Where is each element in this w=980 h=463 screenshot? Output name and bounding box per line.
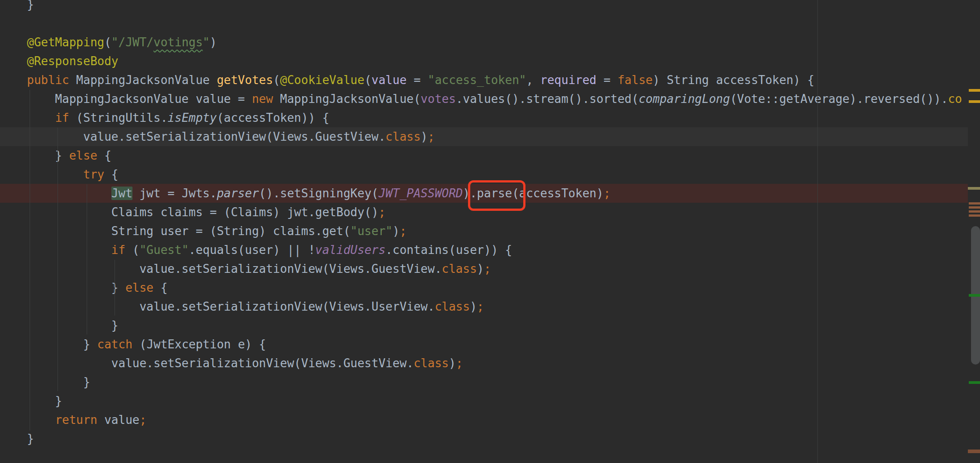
code-line[interactable]: @ResponseBody bbox=[0, 52, 968, 71]
code-token: validUsers bbox=[315, 243, 386, 257]
code-token: ) bbox=[477, 262, 484, 276]
code-token: JWT_PASSWORD bbox=[379, 187, 463, 200]
code-token: } bbox=[27, 0, 34, 11]
code-token: try bbox=[83, 168, 104, 181]
code-token: .contains(user)) { bbox=[385, 243, 512, 257]
code-token: .equals(user) || ! bbox=[189, 243, 315, 257]
code-token: (JwtException e) { bbox=[132, 338, 266, 351]
code-line[interactable] bbox=[0, 14, 968, 33]
code-token: ) bbox=[421, 130, 428, 143]
code-token: (StringUtils. bbox=[69, 111, 168, 125]
code-token: co bbox=[948, 92, 962, 106]
code-token bbox=[27, 243, 111, 257]
code-token: class bbox=[385, 130, 420, 143]
code-token: value bbox=[371, 73, 406, 87]
vcs-stripe-mark[interactable] bbox=[969, 294, 980, 297]
code-token: class bbox=[442, 262, 477, 276]
vcs-stripe-mark[interactable] bbox=[969, 381, 980, 384]
code-token: else bbox=[125, 281, 154, 294]
code-token: } bbox=[27, 281, 125, 294]
code-token: (accessToken)) { bbox=[217, 111, 329, 125]
code-token: (Vote::getAverage).reversed()). bbox=[730, 92, 948, 106]
code-line[interactable]: value.setSerializationView(Views.GuestVi… bbox=[0, 259, 968, 278]
caret-line-stripe-mark[interactable] bbox=[968, 187, 980, 190]
code-token: value.setSerializationView(Views.GuestVi… bbox=[27, 130, 385, 143]
code-line[interactable]: public MappingJacksonValue getVotes(@Coo… bbox=[0, 71, 968, 89]
code-token: isEmpty bbox=[168, 111, 217, 125]
code-line[interactable]: value.setSerializationView(Views.GuestVi… bbox=[0, 127, 968, 146]
code-line[interactable]: } bbox=[0, 373, 968, 392]
code-token: ().setSigningKey( bbox=[259, 187, 379, 200]
warning-stripe-mark[interactable] bbox=[969, 100, 980, 103]
code-editor[interactable]: }@GetMapping("/JWT/votings")@ResponseBod… bbox=[0, 0, 980, 463]
indent-guide bbox=[87, 184, 87, 334]
code-line[interactable]: } else { bbox=[0, 278, 968, 297]
code-line[interactable]: } bbox=[0, 0, 968, 14]
code-token: " bbox=[203, 36, 210, 49]
code-token: jwt = Jwts. bbox=[132, 187, 217, 200]
code-token: ) bbox=[470, 300, 477, 313]
code-token: ; bbox=[484, 262, 491, 276]
code-token bbox=[27, 168, 83, 181]
code-token: MappingJacksonValue value = bbox=[27, 92, 252, 106]
code-line[interactable]: @GetMapping("/JWT/votings") bbox=[0, 33, 968, 52]
code-token: { bbox=[154, 281, 168, 294]
warning-stripe-mark[interactable] bbox=[969, 214, 980, 217]
code-line[interactable]: value.setSerializationView(Views.GuestVi… bbox=[0, 354, 968, 373]
code-token: parser bbox=[217, 187, 259, 200]
code-token: , bbox=[526, 73, 540, 87]
code-token: ; bbox=[456, 356, 463, 370]
code-token: } bbox=[27, 319, 119, 332]
indent-guide bbox=[57, 128, 58, 391]
code-line[interactable]: } bbox=[0, 316, 968, 335]
indent-guide bbox=[115, 260, 115, 316]
code-token: ) String accessToken) { bbox=[653, 73, 814, 87]
code-token: ) bbox=[393, 224, 400, 238]
code-line[interactable]: } bbox=[0, 392, 968, 410]
code-token: } bbox=[27, 432, 34, 445]
code-token: ; bbox=[379, 205, 386, 219]
code-token: class bbox=[435, 300, 470, 313]
code-token: @CookieValue bbox=[280, 73, 365, 87]
code-token: ( bbox=[125, 243, 139, 257]
code-token: = bbox=[596, 73, 618, 87]
code-lines: }@GetMapping("/JWT/votings")@ResponseBod… bbox=[0, 0, 968, 448]
code-token: } bbox=[27, 338, 97, 351]
warning-stripe-mark[interactable] bbox=[968, 450, 980, 453]
code-token: ( bbox=[364, 73, 371, 87]
code-line[interactable]: return value; bbox=[0, 410, 968, 429]
code-line[interactable]: } catch (JwtException e) { bbox=[0, 335, 968, 354]
warning-stripe-mark[interactable] bbox=[969, 202, 980, 205]
parse-highlight-box bbox=[468, 180, 525, 211]
code-token bbox=[27, 187, 111, 200]
code-token: ; bbox=[604, 187, 611, 200]
code-line[interactable]: String user = (String) claims.get("user"… bbox=[0, 222, 968, 240]
code-token bbox=[27, 413, 55, 427]
indent-guide bbox=[30, 90, 30, 431]
code-token: catch bbox=[97, 338, 132, 351]
code-token: if bbox=[55, 111, 69, 125]
code-token: ; bbox=[139, 413, 146, 427]
code-token: @ResponseBody bbox=[27, 54, 119, 68]
warning-stripe-mark[interactable] bbox=[969, 210, 980, 213]
code-line[interactable]: } bbox=[0, 429, 968, 448]
code-line[interactable]: value.setSerializationView(Views.UserVie… bbox=[0, 297, 968, 316]
code-token: else bbox=[69, 149, 97, 162]
code-token: = bbox=[406, 73, 428, 87]
code-line[interactable]: if (StringUtils.isEmpty(accessToken)) { bbox=[0, 108, 968, 127]
code-line[interactable]: MappingJacksonValue value = new MappingJ… bbox=[0, 89, 968, 108]
code-token: { bbox=[104, 168, 118, 181]
code-token: } bbox=[27, 394, 62, 408]
code-token: value.setSerializationView(Views.UserVie… bbox=[27, 300, 435, 313]
code-token: .values().stream().sorted( bbox=[456, 92, 639, 106]
warning-stripe-mark[interactable] bbox=[969, 89, 980, 92]
code-token: "/JWT/ bbox=[111, 36, 154, 49]
code-token: false bbox=[618, 73, 653, 87]
code-token: MappingJacksonValue bbox=[69, 73, 217, 87]
code-token: ) bbox=[210, 36, 217, 49]
code-line[interactable]: } else { bbox=[0, 146, 968, 165]
code-token: } bbox=[27, 149, 69, 162]
code-token: ) bbox=[449, 356, 456, 370]
code-line[interactable]: if ("Guest".equals(user) || !validUsers.… bbox=[0, 240, 968, 259]
warning-stripe-mark[interactable] bbox=[969, 206, 980, 209]
